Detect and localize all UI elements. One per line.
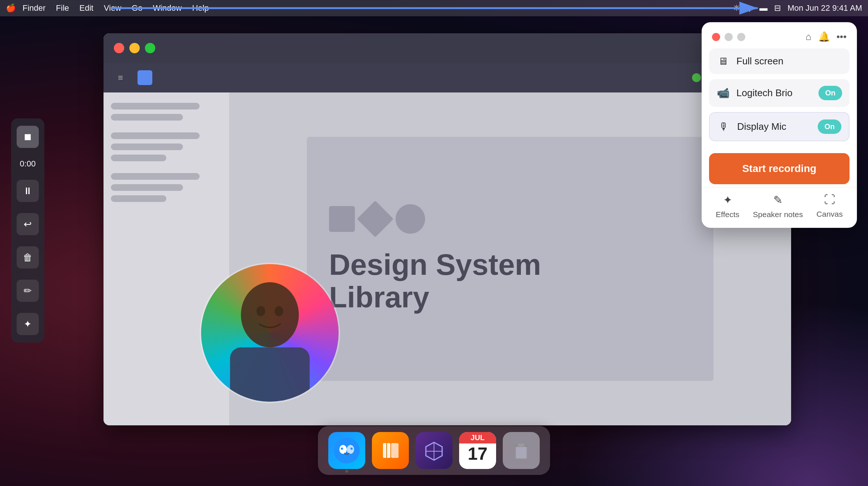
sidebar-line <box>111 155 166 161</box>
effects-item[interactable]: ✦ Effects <box>716 193 739 219</box>
svg-point-2 <box>241 282 299 347</box>
apple-menu[interactable]: 🍎 <box>6 3 16 13</box>
delete-button[interactable]: 🗑 <box>17 246 39 269</box>
camera-label: Logitech Brio <box>736 87 812 99</box>
finder-dot <box>345 470 348 473</box>
mic-toggle[interactable]: On <box>818 119 841 134</box>
sidebar-line <box>111 144 183 150</box>
dock-books[interactable] <box>372 432 409 469</box>
svg-rect-19 <box>518 444 524 446</box>
sidebar-line <box>111 184 183 191</box>
dock-trash[interactable] <box>503 432 540 469</box>
svg-point-7 <box>339 445 347 454</box>
menu-bar-time: Mon Jun 22 9:41 AM <box>787 3 862 13</box>
slide-icon-circle <box>396 204 425 234</box>
home-icon[interactable]: ⌂ <box>806 31 811 43</box>
fullscreen-row[interactable]: 🖥 Full screen <box>709 48 850 74</box>
wifi-icon: ◈ <box>746 3 753 13</box>
window-content: Design System Library <box>104 92 791 425</box>
timer-display: 0:00 <box>20 159 36 169</box>
camera-bg <box>201 264 339 402</box>
svg-point-5 <box>275 306 283 316</box>
menu-bar: 🍎 Finder File Edit View Go Window Help ✳… <box>0 0 868 16</box>
slide-icon-square <box>329 206 355 232</box>
effects-button[interactable]: ✦ <box>17 313 39 335</box>
stop-record-button[interactable]: ⏹ <box>17 126 39 148</box>
speaker-notes-item[interactable]: ✎ Speaker notes <box>753 193 803 219</box>
speaker-notes-label: Speaker notes <box>753 210 803 219</box>
more-icon[interactable]: ••• <box>837 31 847 43</box>
camera-bubble <box>200 263 340 403</box>
camera-row[interactable]: 📹 Logitech Brio On <box>709 79 850 107</box>
calendar-inner: JUL 17 <box>459 432 496 469</box>
sidebar-line <box>111 114 183 121</box>
popup-body: 🖥 Full screen 📹 Logitech Brio On 🎙 Displ… <box>702 48 857 150</box>
pause-button[interactable]: ⏸ <box>17 180 39 202</box>
undo-button[interactable]: ↩ <box>17 213 39 235</box>
popup-footer: ✦ Effects ✎ Speaker notes ⛶ Canvas <box>702 187 857 228</box>
popup-traffic-lights <box>712 33 745 41</box>
menu-file[interactable]: File <box>56 3 69 13</box>
svg-point-8 <box>347 445 354 454</box>
sidebar-line <box>111 173 200 180</box>
canvas-icon: ⛶ <box>824 193 835 206</box>
speaker-notes-icon: ✎ <box>773 193 783 206</box>
window-toolbar: ≡ <box>104 63 791 92</box>
calendar-month: JUL <box>459 432 496 443</box>
sidebar-line <box>111 195 166 202</box>
perplexity-icon <box>423 439 445 462</box>
mic-row[interactable]: 🎙 Display Mic On <box>709 112 850 141</box>
sidebar-group-1 <box>111 103 222 121</box>
svg-point-9 <box>341 448 343 450</box>
view-toggle[interactable] <box>138 70 152 85</box>
canvas-item[interactable]: ⛶ Canvas <box>817 193 843 219</box>
svg-point-10 <box>350 448 353 450</box>
camera-icon: 📹 <box>716 87 730 99</box>
pen-button[interactable]: ✏ <box>17 280 39 302</box>
control-center-icon[interactable]: ⊟ <box>774 3 781 13</box>
maximize-button[interactable] <box>145 43 155 53</box>
popup-minimize[interactable] <box>725 33 733 41</box>
menu-edit[interactable]: Edit <box>79 3 94 13</box>
menu-icon[interactable]: ≡ <box>114 71 127 84</box>
effects-icon: ✦ <box>723 193 732 206</box>
bell-icon[interactable]: 🔔 <box>818 31 830 43</box>
sidebar-group-3 <box>111 173 222 202</box>
sidebar-group-2 <box>111 132 222 161</box>
minimize-button[interactable] <box>129 43 140 53</box>
svg-point-6 <box>334 438 360 463</box>
popup-header-icons: ⌂ 🔔 ••• <box>806 31 847 43</box>
canvas-label: Canvas <box>817 210 843 219</box>
menu-help[interactable]: Help <box>192 3 209 13</box>
popup-panel: ⌂ 🔔 ••• 🖥 Full screen 📹 Logitech Brio On… <box>702 22 857 228</box>
sidebar-line <box>111 103 200 109</box>
popup-close[interactable] <box>712 33 720 41</box>
window-traffic-lights <box>114 43 155 53</box>
svg-point-4 <box>257 306 265 316</box>
battery-icon: ▬ <box>759 3 767 13</box>
dock-perplexity[interactable] <box>416 432 452 469</box>
effects-label: Effects <box>716 210 739 219</box>
window-title-bar <box>104 33 791 63</box>
tools-sidebar: ⏹ 0:00 ⏸ ↩ 🗑 ✏ ✦ <box>11 118 44 342</box>
fullscreen-icon: 🖥 <box>716 55 730 67</box>
dot-green <box>692 73 701 82</box>
close-button[interactable] <box>114 43 124 53</box>
trash-icon <box>510 439 532 462</box>
menu-go[interactable]: Go <box>132 3 142 13</box>
asterisk-icon: ✳ <box>733 3 740 13</box>
slide-title: Design System Library <box>329 249 541 314</box>
menu-finder[interactable]: Finder <box>23 3 45 13</box>
slide-icon-diamond <box>357 201 394 237</box>
camera-toggle[interactable]: On <box>818 86 842 100</box>
finder-icon <box>334 438 360 463</box>
calendar-date: 17 <box>468 443 487 463</box>
dock-calendar[interactable]: JUL 17 <box>459 432 496 469</box>
menu-window[interactable]: Window <box>153 3 182 13</box>
app-sidebar <box>104 92 229 425</box>
popup-maximize[interactable] <box>737 33 745 41</box>
slide-icons <box>329 204 425 234</box>
dock-finder[interactable] <box>328 432 365 469</box>
start-recording-button[interactable]: Start recording <box>709 153 850 184</box>
menu-view[interactable]: View <box>104 3 121 13</box>
